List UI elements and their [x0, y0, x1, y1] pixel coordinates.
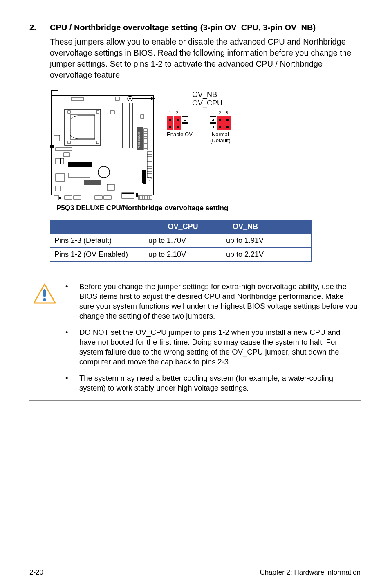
note-text: Before you change the jumper settings fo… [79, 282, 358, 321]
page-footer: 2-20 Chapter 2: Hardware information [29, 564, 361, 577]
diagram-row: P5Q3 DELUXE [50, 88, 361, 202]
svg-rect-28 [144, 129, 147, 150]
svg-rect-15 [68, 111, 70, 113]
svg-rect-14 [70, 115, 95, 139]
table-row: Pins 1-2 (OV Enabled) up to 2.10V up to … [50, 248, 312, 262]
svg-rect-55 [84, 180, 101, 185]
svg-rect-49 [60, 158, 61, 164]
pin-num-1: 1 [167, 110, 173, 115]
svg-rect-63 [104, 196, 111, 199]
svg-rect-1 [52, 90, 58, 95]
motherboard-diagram: P5Q3 DELUXE [50, 88, 155, 202]
jumper-label-nb: OV_NB [192, 90, 231, 99]
svg-rect-13 [65, 109, 101, 145]
caution-block: •Before you change the jumper settings f… [29, 276, 361, 401]
svg-rect-50 [68, 162, 92, 167]
svg-rect-19 [54, 135, 60, 141]
svg-rect-67 [138, 196, 152, 199]
svg-rect-62 [95, 196, 102, 199]
svg-rect-58 [54, 196, 59, 200]
th-blank [50, 220, 144, 234]
section-title-text: CPU / Northbridge overvoltage setting (3… [50, 23, 316, 32]
svg-rect-61 [74, 196, 81, 199]
footer-chapter: Chapter 2: Hardware information [260, 568, 361, 577]
svg-rect-7 [110, 111, 114, 114]
section-number: 2. [29, 23, 38, 32]
footer-page-number: 2-20 [29, 568, 43, 577]
jumper-caption-normal-1: Normal [212, 131, 229, 137]
cell-nb: up to 2.21V [222, 248, 312, 262]
jumper-detail: OV_NB OV_CPU 1 2 [167, 88, 231, 144]
th-ov-nb: OV_NB [222, 220, 312, 234]
jumper-caption-enable: Enable OV [167, 132, 193, 138]
svg-rect-20 [50, 145, 54, 148]
cell-setting: Pins 2-3 (Default) [50, 234, 144, 248]
jumper-label-cpu: OV_CPU [192, 99, 231, 108]
note-text: DO NOT set the OV_CPU jumper to pins 1-2… [79, 328, 358, 367]
svg-rect-16 [68, 141, 70, 144]
section-body: These jumpers allow you to enable or dis… [50, 36, 361, 81]
section-heading: 2. CPU / Northbridge overvoltage setting… [29, 23, 361, 32]
svg-rect-59 [59, 197, 61, 199]
svg-rect-17 [96, 111, 99, 113]
svg-rect-8 [141, 115, 144, 118]
svg-point-76 [43, 298, 46, 301]
cell-setting: Pins 1-2 (OV Enabled) [50, 248, 144, 262]
svg-point-10 [129, 98, 131, 100]
cell-cpu: up to 1.70V [144, 234, 222, 248]
pin-num-2: 2 [173, 110, 181, 115]
cell-cpu: up to 2.10V [144, 248, 222, 262]
svg-rect-52 [69, 173, 90, 178]
note-text: The system may need a better cooling sys… [79, 373, 358, 393]
table-row: Pins 2-3 (Default) up to 1.70V up to 1.9… [50, 234, 312, 248]
board-label-text: P5Q3 DELUXE [138, 132, 140, 148]
svg-point-47 [148, 177, 151, 180]
jumper-caption-normal-2: (Default) [210, 137, 231, 144]
caution-icon [33, 283, 56, 305]
list-item: •DO NOT set the OV_CPU jumper to pins 1-… [65, 328, 358, 367]
svg-rect-6 [115, 97, 119, 100]
pin-num-2b: 2 [216, 110, 224, 115]
svg-rect-51 [56, 174, 65, 181]
svg-rect-21 [56, 148, 72, 151]
jumper-normal: 2 3 Normal (Default) [210, 110, 231, 144]
voltage-table: OV_CPU OV_NB Pins 2-3 (Default) up to 1.… [50, 220, 312, 262]
svg-point-53 [98, 166, 110, 178]
svg-rect-56 [107, 184, 114, 190]
pin-num-3: 3 [224, 110, 230, 115]
cell-nb: up to 1.91V [222, 234, 312, 248]
jumper-enable-ov: 1 2 Enable OV [167, 110, 193, 138]
svg-rect-22 [64, 153, 69, 157]
svg-rect-65 [122, 193, 134, 194]
svg-rect-60 [65, 196, 72, 199]
caution-list: •Before you change the jumper settings f… [65, 282, 361, 395]
diagram-caption: P5Q3 DELUXE CPU/Northbridge overvoltage … [56, 204, 361, 212]
svg-rect-54 [56, 186, 61, 191]
list-item: •Before you change the jumper settings f… [65, 282, 358, 321]
th-ov-cpu: OV_CPU [144, 220, 222, 234]
list-item: •The system may need a better cooling sy… [65, 373, 358, 393]
svg-rect-57 [142, 170, 146, 183]
svg-rect-18 [96, 141, 99, 144]
svg-rect-66 [136, 193, 138, 197]
svg-rect-75 [43, 289, 46, 297]
svg-rect-73 [143, 181, 146, 184]
